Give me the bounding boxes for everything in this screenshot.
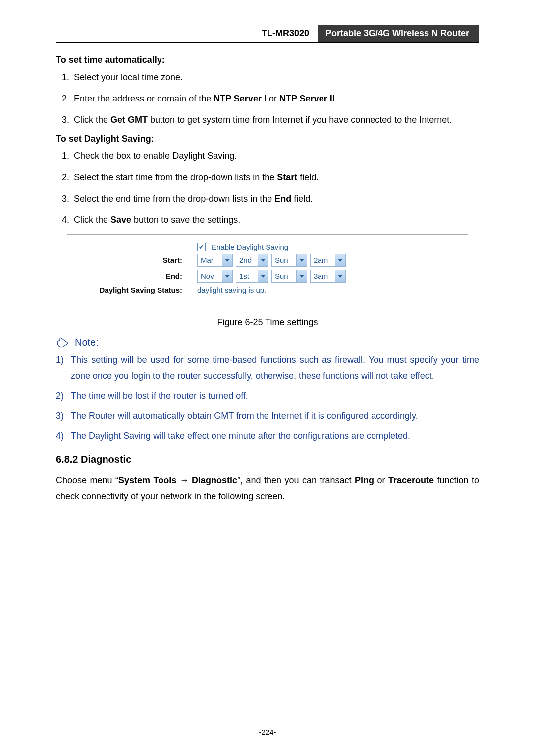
step-dst-4: Click the Save button to save the settin… (72, 213, 479, 227)
start-week-select[interactable]: 2nd (236, 254, 268, 267)
chevron-down-icon (258, 254, 268, 266)
enable-dst-checkbox[interactable] (197, 243, 206, 251)
chevron-down-icon (222, 254, 232, 266)
page-number: -224- (0, 728, 535, 736)
status-label: Daylight Saving Status: (73, 286, 197, 294)
note-item-4: 4)The Daylight Saving will take effect o… (56, 428, 479, 444)
chevron-down-icon (296, 270, 307, 282)
hand-point-icon (56, 337, 70, 348)
note-item-1: 1)This setting will be used for some tim… (56, 352, 479, 384)
status-value: daylight saving is up. (197, 286, 266, 294)
start-month-select[interactable]: Mar (197, 254, 233, 267)
note-label: Note: (75, 337, 99, 348)
start-label: Start: (73, 256, 197, 264)
step-dst-2: Select the start time from the drop-down… (72, 170, 479, 185)
end-label: End: (73, 272, 197, 280)
start-day-select[interactable]: Sun (271, 254, 307, 267)
header-title: Portable 3G/4G Wireless N Router (318, 25, 479, 42)
chevron-down-icon (258, 270, 268, 282)
section-title-dst: To set Daylight Saving: (56, 134, 479, 144)
start-hour-select[interactable]: 2am (310, 254, 346, 267)
note-heading: Note: (56, 337, 479, 348)
section-682-paragraph: Choose menu “System Tools → Diagnostic”,… (56, 472, 479, 504)
chevron-down-icon (222, 270, 232, 282)
note-list: 1)This setting will be used for some tim… (56, 352, 479, 444)
step-auto-3: Click the Get GMT button to get system t… (72, 113, 479, 127)
note-item-2: 2)The time will be lost if the router is… (56, 388, 479, 403)
enable-dst-label: Enable Daylight Saving (212, 243, 288, 251)
section-682-heading: 6.8.2 Diagnostic (56, 454, 479, 465)
section-title-auto: To set time automatically: (56, 55, 479, 65)
page-header: TL-MR3020 Portable 3G/4G Wireless N Rout… (56, 25, 479, 43)
steps-dst: Check the box to enable Daylight Saving.… (56, 149, 479, 227)
header-model: TL-MR3020 (253, 25, 318, 42)
end-month-select[interactable]: Nov (197, 270, 233, 283)
steps-auto: Select your local time zone. Enter the a… (56, 70, 479, 127)
step-auto-1: Select your local time zone. (72, 70, 479, 85)
chevron-down-icon (296, 254, 307, 266)
figure-caption: Figure 6-25 Time settings (56, 317, 479, 328)
chevron-down-icon (335, 254, 345, 266)
note-item-3: 3)The Router will automatically obtain G… (56, 408, 479, 424)
chevron-down-icon (335, 270, 345, 282)
end-day-select[interactable]: Sun (271, 270, 307, 283)
step-dst-1: Check the box to enable Daylight Saving. (72, 149, 479, 163)
end-week-select[interactable]: 1st (236, 270, 268, 283)
step-dst-3: Select the end time from the drop-down l… (72, 192, 479, 206)
end-hour-select[interactable]: 3am (310, 270, 346, 283)
step-auto-2: Enter the address or domain of the NTP S… (72, 92, 479, 106)
figure-dst-panel: Enable Daylight Saving Start: Mar 2nd Su… (67, 234, 468, 306)
